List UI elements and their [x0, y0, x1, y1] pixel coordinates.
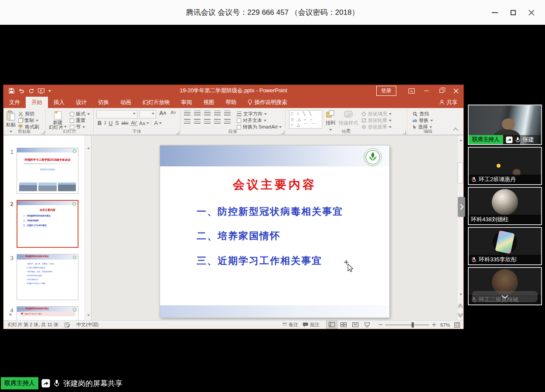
thumbnail-scroll-up-icon[interactable]	[85, 144, 91, 150]
clipboard-dialog-launcher[interactable]	[41, 131, 44, 134]
zoom-slider-thumb[interactable]	[412, 322, 414, 328]
zoom-in-icon[interactable]	[432, 323, 436, 327]
slide-thumbnail-3[interactable]: 一、防控新型冠状病毒相关事宜 1.勤洗手、戴口罩、保通风、少外出 2.不到人群集…	[17, 254, 78, 300]
video-tile[interactable]: 环科335李欣彤	[468, 227, 542, 265]
comments-button[interactable]: 批注	[303, 321, 320, 328]
replace-button[interactable]: ab 替换	[412, 117, 449, 124]
notes-button[interactable]: 备注	[283, 321, 298, 328]
previous-slide-button[interactable]	[458, 302, 463, 308]
reset-button[interactable]: 重置	[70, 117, 90, 124]
bullets-icon[interactable]	[184, 111, 191, 115]
reading-view-button[interactable]	[350, 321, 361, 328]
slideshow-view-button[interactable]	[362, 321, 372, 328]
share-document-button[interactable]: 共享	[433, 97, 463, 108]
slide-sorter-view-button[interactable]	[338, 321, 349, 328]
strikethrough-button[interactable]: abc	[120, 121, 130, 125]
tab-view[interactable]: 视图	[198, 97, 220, 108]
video-tile[interactable]: 环工二班莫纯铭	[468, 267, 542, 305]
align-center-icon[interactable]	[194, 119, 201, 124]
new-slide-button[interactable]: 新建 幻灯片	[49, 108, 67, 130]
underline-button[interactable]: U	[107, 120, 114, 126]
spellcheck-icon[interactable]	[65, 322, 70, 328]
redo-icon[interactable]	[28, 88, 34, 94]
slide-thumbnail-2-selected[interactable]: 会议主要内容 一、防控新型冠状病毒相关事宜 二、培养家国情怀 三、近期学习工作相…	[17, 200, 78, 248]
tab-insert[interactable]: 插入	[48, 97, 70, 108]
thumbnail-scroll-down-icon[interactable]	[85, 313, 91, 319]
login-button[interactable]: 登录	[376, 86, 396, 96]
grow-font-button[interactable]: A˄	[158, 110, 167, 118]
collapse-ribbon-icon[interactable]	[453, 128, 458, 132]
cut-button[interactable]: 剪切	[18, 111, 39, 117]
align-right-icon[interactable]	[204, 119, 211, 124]
language-indicator[interactable]: 中文(中国)	[76, 321, 99, 328]
minimize-button[interactable]	[486, 5, 504, 20]
slideshow-icon[interactable]	[38, 88, 44, 94]
tab-help[interactable]: 帮助	[220, 97, 242, 108]
align-text-button[interactable]: 对齐文本	[237, 117, 282, 124]
normal-view-button[interactable]	[327, 321, 337, 328]
numbering-icon[interactable]	[194, 111, 201, 115]
decrease-indent-icon[interactable]	[204, 111, 211, 115]
font-dialog-launcher[interactable]	[176, 131, 179, 134]
tell-me-search[interactable]: 操作说明搜索	[242, 97, 293, 108]
slide-thumbnail-1[interactable]: 环境科学与工程学院2018级全体会议 2020年3月26日	[17, 148, 78, 194]
thumbnail-scrollbar[interactable]	[85, 135, 91, 321]
save-icon[interactable]	[9, 88, 14, 94]
tab-slideshow[interactable]: 幻灯片放映	[137, 97, 176, 108]
character-spacing-button[interactable]: AV	[130, 121, 138, 126]
next-slide-button[interactable]	[458, 312, 463, 318]
sidebar-scroll-more-button[interactable]	[472, 291, 538, 302]
drawing-dialog-launcher[interactable]	[403, 131, 406, 134]
ppt-restore-button[interactable]	[434, 85, 449, 97]
tab-home[interactable]: 开始	[26, 97, 48, 108]
font-name-combobox[interactable]	[96, 110, 137, 118]
columns-icon[interactable]	[224, 119, 231, 124]
tab-animations[interactable]: 动画	[115, 97, 137, 108]
increase-indent-icon[interactable]	[214, 111, 221, 115]
font-color-button[interactable]: A	[151, 120, 159, 126]
paragraph-dialog-launcher[interactable]	[281, 131, 284, 134]
scrollbar-thumb[interactable]	[458, 162, 463, 183]
ribbon-display-options-button[interactable]	[404, 85, 419, 97]
line-spacing-icon[interactable]	[224, 111, 231, 115]
maximize-button[interactable]	[504, 5, 522, 20]
copy-button[interactable]: 复制	[18, 117, 39, 124]
video-tile[interactable]: 环科438刘德柱	[468, 187, 542, 225]
layout-button[interactable]: 版式	[70, 111, 90, 117]
zoom-out-icon[interactable]	[378, 324, 382, 325]
fit-to-window-icon[interactable]	[454, 322, 460, 328]
zoom-level[interactable]: 67%	[440, 322, 450, 328]
copy-dropdown-icon[interactable]	[36, 120, 38, 123]
customize-qat-icon[interactable]	[48, 90, 51, 93]
slide-canvas[interactable]: 会议主要内容 一、防控新型冠状病毒相关事宜 二、培养家国情怀 三、近期学习工作相…	[160, 145, 389, 318]
shrink-font-button[interactable]: A˅	[169, 110, 177, 118]
slide-scrollbar[interactable]	[457, 135, 463, 321]
slide-thumbnail-4[interactable]: 一、防控新型冠状病毒相关事宜 ♥ 对青年学生的三个建议	[17, 306, 78, 321]
shadow-button[interactable]: S	[114, 120, 120, 126]
zoom-slider[interactable]	[385, 324, 429, 325]
video-tile-host[interactable]: 联席主持人 张建	[468, 105, 542, 145]
tab-review[interactable]: 审阅	[176, 97, 198, 108]
scroll-down-icon[interactable]	[458, 292, 463, 298]
tab-transitions[interactable]: 切换	[92, 97, 115, 108]
align-left-icon[interactable]	[184, 119, 191, 124]
shape-gallery[interactable]: □ ○ ╲ ╲ ◇ △ ⌐ ⌐ ○ △ ⌒ ⌒	[289, 110, 322, 128]
find-button[interactable]: 查找	[412, 111, 449, 117]
italic-button[interactable]: I	[103, 120, 107, 126]
shape-fill-button[interactable]: 形状填充	[361, 111, 392, 117]
sidebar-collapse-handle[interactable]	[458, 197, 465, 217]
ppt-close-button[interactable]	[449, 85, 463, 97]
change-case-button[interactable]: Aa	[138, 121, 146, 126]
ppt-minimize-button[interactable]	[419, 85, 434, 97]
video-tile[interactable]: 环工2班谭惠丹	[468, 147, 542, 185]
font-size-combobox[interactable]	[139, 110, 156, 118]
justify-icon[interactable]	[214, 119, 221, 124]
text-direction-button[interactable]: 文字方向	[237, 111, 282, 117]
undo-icon[interactable]	[18, 88, 24, 93]
close-button[interactable]	[522, 5, 541, 20]
scroll-up-icon[interactable]	[458, 136, 463, 142]
tab-file[interactable]: 文件	[3, 97, 26, 108]
shape-outline-button[interactable]: 形状轮廓	[361, 117, 392, 124]
bold-button[interactable]: B	[96, 120, 103, 126]
tab-design[interactable]: 设计	[70, 97, 92, 108]
